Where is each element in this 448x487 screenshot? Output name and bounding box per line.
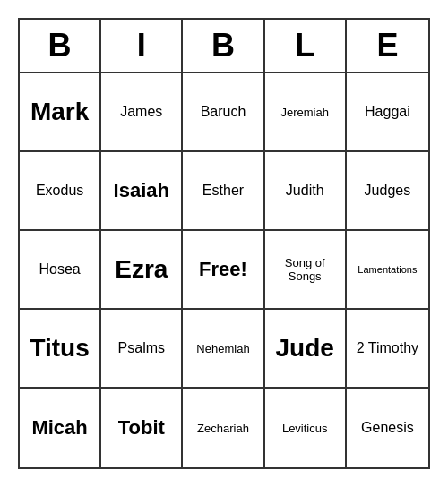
- bingo-cell: Hosea: [20, 231, 101, 310]
- cell-label: Jeremiah: [280, 106, 328, 119]
- cell-label: Esther: [202, 183, 244, 199]
- cell-label: Hosea: [39, 261, 80, 278]
- bingo-cell: Exodus: [20, 152, 101, 231]
- cell-label: Ezra: [115, 255, 168, 284]
- header-letter: B: [183, 20, 264, 72]
- bingo-cell: Judges: [347, 152, 428, 231]
- cell-label: Lamentations: [358, 264, 417, 275]
- cell-label: Haggai: [365, 104, 410, 120]
- bingo-card: BIBLE MarkJamesBaruchJeremiahHaggaiExodu…: [18, 18, 430, 469]
- cell-label: Zechariah: [197, 422, 249, 435]
- header-letter: E: [347, 20, 428, 72]
- bingo-cell: Micah: [20, 389, 101, 467]
- cell-label: Micah: [31, 416, 87, 440]
- bingo-cell: Titus: [20, 310, 101, 389]
- bingo-cell: Tobit: [101, 389, 183, 467]
- bingo-cell: Haggai: [347, 73, 428, 152]
- cell-label: Titus: [30, 334, 89, 363]
- bingo-cell: Genesis: [347, 389, 428, 467]
- cell-label: Psalms: [118, 340, 165, 356]
- bingo-cell: Nehemiah: [183, 310, 264, 389]
- cell-label: Baruch: [201, 104, 246, 120]
- bingo-cell: Psalms: [101, 310, 183, 389]
- bingo-cell: 2 Timothy: [347, 310, 428, 389]
- bingo-cell: Jeremiah: [265, 73, 347, 152]
- bingo-grid: MarkJamesBaruchJeremiahHaggaiExodusIsaia…: [20, 73, 428, 467]
- cell-label: Song of Songs: [269, 256, 341, 283]
- cell-label: Judith: [286, 183, 324, 199]
- cell-label: Judges: [365, 183, 411, 199]
- cell-label: Jude: [276, 334, 334, 363]
- bingo-cell: Zechariah: [183, 389, 264, 467]
- bingo-cell: Mark: [20, 73, 101, 152]
- bingo-cell: Esther: [183, 152, 264, 231]
- cell-label: James: [120, 104, 162, 120]
- cell-label: Free!: [199, 258, 247, 281]
- bingo-cell: Jude: [265, 310, 347, 389]
- cell-label: Tobit: [118, 416, 165, 440]
- cell-label: Exodus: [36, 183, 83, 199]
- bingo-cell: Isaiah: [101, 152, 183, 231]
- header-letter: I: [101, 20, 183, 72]
- cell-label: Nehemiah: [196, 342, 249, 355]
- bingo-cell: Judith: [265, 152, 347, 231]
- cell-label: Mark: [30, 98, 89, 126]
- bingo-header: BIBLE: [20, 20, 428, 73]
- bingo-cell: Lamentations: [347, 231, 428, 310]
- bingo-cell: Leviticus: [265, 389, 347, 467]
- cell-label: Genesis: [361, 420, 414, 436]
- header-letter: L: [265, 20, 347, 72]
- bingo-cell: Baruch: [183, 73, 264, 152]
- cell-label: 2 Timothy: [357, 340, 418, 356]
- bingo-cell: James: [101, 73, 183, 152]
- cell-label: Isaiah: [114, 179, 169, 202]
- bingo-cell: Song of Songs: [265, 231, 347, 310]
- bingo-cell: Ezra: [101, 231, 183, 310]
- header-letter: B: [20, 20, 101, 72]
- cell-label: Leviticus: [282, 422, 328, 435]
- bingo-cell: Free!: [183, 231, 264, 310]
